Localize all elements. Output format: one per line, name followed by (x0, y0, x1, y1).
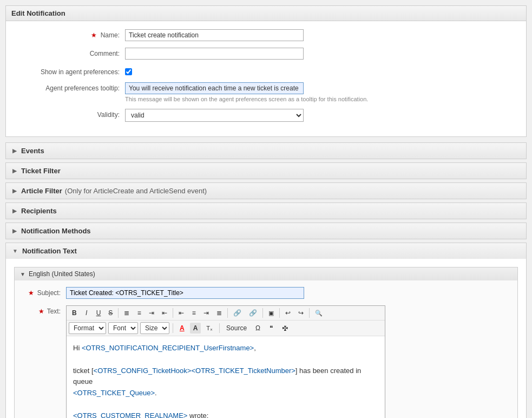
font-color-button[interactable]: A (176, 323, 188, 334)
events-label: Events (21, 147, 44, 155)
editor-line4: <OTRS_CUSTOMER_REALNAME> wrote: (73, 410, 378, 418)
table-button[interactable]: ▣ (265, 308, 277, 318)
lang-body: ★ Subject: ★ Text: (15, 280, 517, 418)
indent-less-button[interactable]: ⇤ (159, 308, 170, 318)
subject-row: ★ Subject: (23, 287, 509, 299)
editor-container: B I U S ≣ ≡ ⇥ ⇤ ⇤ ≡ (66, 305, 385, 418)
subject-required: ★ (28, 289, 34, 297)
events-section: ▶ Events (5, 142, 527, 159)
find-button[interactable]: 🔍 (312, 308, 326, 318)
align-left-button[interactable]: ⇤ (175, 308, 187, 318)
notification-text-body: ▼ English (United States) ★ Subject: (6, 259, 526, 418)
undo-button[interactable]: ↩ (282, 308, 294, 318)
source-button[interactable]: Source (223, 323, 250, 334)
bold-button[interactable]: B (69, 308, 80, 318)
article-filter-arrow-icon: ▶ (12, 188, 17, 194)
page-wrapper: Edit Notification ★ Name: Comment: (0, 0, 532, 418)
article-filter-note: (Only for ArticleCreate and ArticleSend … (65, 187, 207, 195)
name-required: ★ (91, 31, 97, 39)
name-label-text: Name: (101, 31, 120, 39)
notification-methods-section: ▶ Notification Methods (5, 223, 527, 239)
unordered-list-button[interactable]: ≡ (134, 308, 145, 318)
text-label: ★ Text: (23, 305, 66, 315)
tag-ticket-number: <OTRS_TICKET_TicketNumber> (191, 367, 295, 375)
tooltip-hint: This message will be shown on the agent … (125, 96, 368, 102)
text-required: ★ (38, 308, 44, 315)
comment-input[interactable] (125, 48, 304, 60)
panel-title: Edit Notification (6, 6, 526, 21)
text-row: ★ Text: B I U S ≣ (23, 305, 509, 418)
align-right-button[interactable]: ⇥ (200, 308, 212, 318)
article-filter-header[interactable]: ▶ Article Filter (Only for ArticleCreate… (6, 183, 526, 199)
indent-more-button[interactable]: ⇥ (146, 308, 157, 318)
tooltip-row: Agent preferences tooltip: This message … (17, 82, 515, 102)
tb-sep1 (118, 308, 119, 318)
italic-button[interactable]: I (81, 308, 92, 318)
notification-text-arrow-icon: ▼ (12, 248, 18, 254)
tb-sep2 (173, 308, 173, 318)
ordered-list-button[interactable]: ≣ (121, 308, 133, 318)
tb-sep3 (227, 308, 228, 318)
lang-section: ▼ English (United States) ★ Subject: (14, 267, 518, 418)
tb-sep7 (173, 323, 173, 333)
panel-title-text: Edit Notification (11, 9, 65, 17)
editor-content[interactable]: Hi <OTRS_NOTIFICATION_RECIPIENT_UserFirs… (67, 336, 385, 418)
events-header[interactable]: ▶ Events (6, 143, 526, 159)
validity-select[interactable]: valid invalid (125, 109, 304, 122)
underline-button[interactable]: U (93, 308, 104, 318)
unlink-button[interactable]: 🔗 (246, 308, 260, 318)
edit-notification-panel: Edit Notification ★ Name: Comment: (5, 5, 527, 137)
recipients-header[interactable]: ▶ Recipients (6, 203, 526, 219)
notification-text-label: Notification Text (22, 247, 77, 255)
tag-customer-realname: <OTRS_CUSTOMER_REALNAME> (73, 412, 187, 418)
font-dropdown[interactable]: Font (108, 322, 138, 334)
strikethrough-button[interactable]: S (105, 308, 116, 318)
name-input[interactable] (125, 29, 304, 41)
tb-sep5 (279, 308, 280, 318)
size-dropdown[interactable]: Size (140, 322, 169, 334)
notification-text-section: ▼ Notification Text ▼ English (United St… (5, 243, 527, 418)
special-char-button[interactable]: Ω (252, 323, 264, 334)
ticket-filter-arrow-icon: ▶ (12, 168, 17, 174)
quote-button[interactable]: ❝ (266, 323, 277, 334)
tb-sep4 (262, 308, 263, 318)
show-agent-label: Show in agent preferences: (17, 66, 125, 76)
tag-recipient: <OTRS_NOTIFICATION_RECIPIENT_UserFirstna… (82, 344, 254, 352)
recipients-label: Recipients (21, 207, 57, 215)
justify-button[interactable]: ≣ (213, 308, 225, 318)
toolbar-row2: Format Font Size A A (67, 321, 385, 336)
comment-label: Comment: (17, 48, 125, 57)
subject-input[interactable] (66, 287, 304, 299)
remove-format-button[interactable]: Tₓ (203, 323, 216, 334)
tooltip-input[interactable] (125, 82, 304, 94)
tag-ticket-queue: <OTRS_TICKET_Queue> (73, 389, 155, 397)
lang-header[interactable]: ▼ English (United States) (15, 267, 517, 280)
lang-label: English (United States) (29, 270, 95, 278)
article-filter-section: ▶ Article Filter (Only for ArticleCreate… (5, 182, 527, 199)
format-dropdown[interactable]: Format (69, 322, 106, 334)
recipients-arrow-icon: ▶ (12, 208, 17, 214)
show-agent-checkbox[interactable] (125, 68, 132, 75)
tag-config-hook: <OTRS_CONFIG_TicketHook> (94, 367, 192, 375)
comment-row: Comment: (17, 48, 515, 60)
validity-label: Validity: (17, 109, 125, 119)
toolbar-row1: B I U S ≣ ≡ ⇥ ⇤ ⇤ ≡ (67, 306, 385, 321)
maximize-button[interactable]: ⧾ (279, 323, 292, 334)
show-agent-row: Show in agent preferences: (17, 66, 515, 76)
recipients-section: ▶ Recipients (5, 203, 527, 219)
events-arrow-icon: ▶ (12, 148, 17, 154)
ticket-filter-section: ▶ Ticket Filter (5, 162, 527, 179)
align-center-button[interactable]: ≡ (188, 308, 199, 318)
notification-methods-header[interactable]: ▶ Notification Methods (6, 223, 526, 239)
notification-text-header[interactable]: ▼ Notification Text (6, 243, 526, 259)
ticket-filter-header[interactable]: ▶ Ticket Filter (6, 163, 526, 179)
validity-row: Validity: valid invalid (17, 109, 515, 122)
tooltip-label: Agent preferences tooltip: (17, 82, 125, 92)
link-button[interactable]: 🔗 (230, 308, 245, 318)
notification-methods-arrow-icon: ▶ (12, 228, 17, 234)
text-label-text: Text: (47, 308, 61, 315)
redo-button[interactable]: ↪ (295, 308, 307, 318)
name-label: ★ Name: (17, 29, 125, 39)
editor-line3: <OTRS_TICKET_Queue>. (73, 388, 378, 399)
bg-color-button[interactable]: A (190, 323, 201, 334)
